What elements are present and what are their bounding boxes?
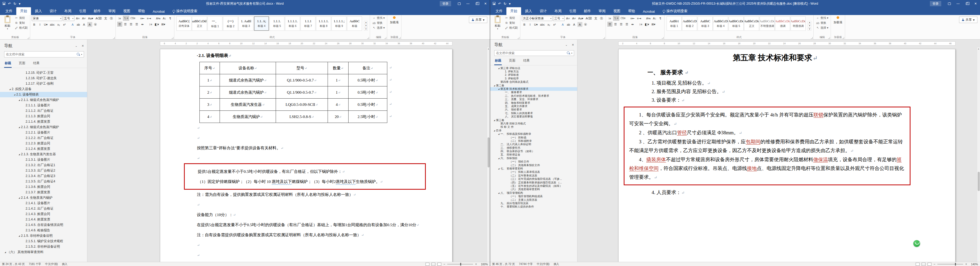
nav-tab-页面[interactable]: 页面 <box>18 60 26 68</box>
style-标题 4[interactable]: 1.1. A;标题 4 <box>254 16 269 31</box>
strikethrough-button[interactable]: abc <box>49 22 56 27</box>
nav-heading-item[interactable]: ◢八、 项目管理机构 <box>490 191 577 195</box>
phonetic-guide-button[interactable]: 文 <box>593 16 598 21</box>
nav-heading-item[interactable]: （五） 近年发生的诉讼及仲裁情况 （如有） <box>490 184 577 187</box>
nav-heading-item[interactable]: 2.1.4.6. 检验报告 <box>0 228 87 233</box>
redo-icon[interactable]: ↻ <box>504 2 506 6</box>
tab-插入[interactable]: 插入 <box>31 7 46 15</box>
nav-heading-item[interactable]: （一） 投标函 <box>490 136 577 139</box>
nav-heading-item[interactable]: 五、 成果文件要求 <box>490 104 577 108</box>
distribute-button[interactable]: ⇹ <box>630 22 635 27</box>
cut-button[interactable]: ✂剪切 <box>504 16 519 20</box>
nav-heading-item[interactable]: 二、 法人代表人身份证明 <box>490 143 577 146</box>
paste-button[interactable]: 粘贴▾ <box>2 16 13 36</box>
font-size-combo[interactable]: 三号▾ <box>553 16 565 21</box>
save-icon[interactable] <box>3 2 5 6</box>
dialog-launcher-icon[interactable] <box>842 37 844 39</box>
style-四号宋体[interactable]: AaBbC(四号宋体 <box>177 16 191 31</box>
text-effects-button[interactable]: A <box>560 22 565 27</box>
scrollbar-thumb[interactable] <box>488 138 490 167</box>
nav-heading-item[interactable]: ◢六、 投标报价 <box>490 157 577 160</box>
nav-heading-item[interactable]: 2.1.3.2. 出厂合格证1 <box>0 162 87 168</box>
nav-heading-item[interactable]: （一） 项目管理机构组成表 <box>490 195 577 198</box>
web-layout-icon[interactable] <box>438 263 441 266</box>
nav-heading-item[interactable]: （四） 正在服务和新承接的项目情况表 （... <box>490 181 577 184</box>
select-button[interactable]: ↖选择 ▾ <box>815 26 829 30</box>
gallery-down-icon[interactable]: ▼ <box>364 24 368 27</box>
qat-customize-icon[interactable]: ▾ <box>19 2 21 6</box>
nav-tab-标题[interactable]: 标题 <box>494 58 502 65</box>
read-mode-icon[interactable] <box>426 263 430 266</box>
nav-heading-item[interactable]: 十、 需要招标人提供的条件 <box>490 205 577 208</box>
nav-heading-item[interactable]: （一） 报价文件 <box>490 160 577 163</box>
nav-heading-item[interactable]: 2. 评审标准 <box>490 74 577 77</box>
align-right-button[interactable]: ☰ <box>129 22 134 27</box>
vertical-scrollbar[interactable]: ▲ <box>487 47 490 262</box>
nav-heading-item[interactable]: 六、 报价要求 <box>490 108 577 112</box>
zoom-slider[interactable] <box>447 264 473 264</box>
nav-heading-item[interactable]: 四、 联合体协议书 （如有） <box>490 149 577 153</box>
grow-font-button[interactable]: A˄ <box>75 16 80 21</box>
print-layout-icon[interactable] <box>431 263 435 266</box>
grow-font-button[interactable]: A˄ <box>565 16 571 21</box>
nav-heading-item[interactable]: 2.1.2.2. 出厂合格证 <box>0 135 87 141</box>
dialog-launcher-icon[interactable] <box>603 37 605 39</box>
scrollbar-thumb[interactable] <box>978 172 980 191</box>
replace-button[interactable]: ab替换 <box>372 21 385 25</box>
align-left-button[interactable]: ☰ <box>608 22 612 27</box>
language-indicator[interactable]: 中文(中国) <box>45 262 58 266</box>
nav-search-input[interactable] <box>496 51 566 55</box>
style-标题 1[interactable]: 一、标题 1 <box>207 16 223 31</box>
nav-heading-item[interactable]: ◢第三章 评标办法 <box>490 66 577 70</box>
nav-heading-item[interactable]: 2.1.5.1. 锅炉安全技术规程 <box>0 239 87 244</box>
justify-button[interactable]: ☰ <box>134 22 139 27</box>
document-page[interactable]: ▪2.1. 设备明细表↵序号↵设备名称↵型号↵数量↵备注↵1↵烟道式余热蒸汽锅炉… <box>160 49 452 262</box>
shrink-font-button[interactable]: A˅ <box>571 16 576 21</box>
nav-heading-item[interactable]: ◢目录 <box>490 129 577 132</box>
zoom-in-icon[interactable]: + <box>965 262 967 266</box>
find-button[interactable]: ⌕查找 ▾ <box>815 16 829 20</box>
style-标题 5[interactable]: AaBbCcDd标题 5 <box>729 16 744 31</box>
tell-me-search[interactable]: 操作说明搜索 <box>169 7 201 15</box>
nav-heading-item[interactable]: 三、 质量、安全、环保要求 <box>490 98 577 101</box>
vertical-scrollbar[interactable]: ▲ <box>977 47 980 262</box>
undo-icon[interactable]: ↶ <box>8 2 11 6</box>
redo-icon[interactable]: ↻ <box>13 2 16 6</box>
undo-icon[interactable]: ↶ <box>498 2 501 6</box>
tab-邮件[interactable]: 邮件 <box>580 7 595 15</box>
nav-heading-item[interactable]: 第六章 投标文件格式 <box>490 122 577 125</box>
tab-设计[interactable]: 设计 <box>536 7 550 15</box>
line-spacing-button[interactable]: ↕≡ <box>638 22 643 27</box>
subscript-button[interactable]: x₂ <box>546 22 551 27</box>
nav-heading-item[interactable]: 四、 验收和结算要求 <box>490 101 577 104</box>
qat-customize-icon[interactable]: ▾ <box>509 2 511 6</box>
close-icon[interactable]: ✕ <box>971 0 980 7</box>
gallery-down-icon[interactable]: ▼ <box>808 24 811 27</box>
tab-视图[interactable]: 视图 <box>119 7 134 15</box>
gallery-up-icon[interactable]: ▲ <box>364 21 368 24</box>
gallery-more-icon[interactable]: ⊽ <box>364 28 368 30</box>
zoom-percent[interactable]: 140% <box>969 263 978 266</box>
word-count[interactable]: 74744 个字 <box>519 262 533 266</box>
char-border-button[interactable]: Ⓐ <box>109 16 114 21</box>
change-case-button[interactable]: Aa▾ <box>578 16 584 21</box>
tab-布局[interactable]: 布局 <box>550 7 565 15</box>
floating-assistant-badge[interactable] <box>913 240 920 247</box>
nav-tab-结果[interactable]: 结果 <box>523 58 530 65</box>
nav-heading-item[interactable]: 九、 拟分包项目情况表 <box>490 202 577 205</box>
document-page[interactable]: 第五章 技术标准和要求↵一、 服务要求 ↵1. 项目概况 见招标公告。↵2. 服… <box>618 49 955 262</box>
shading-button[interactable]: ◧▾ <box>154 22 160 27</box>
nav-heading-item[interactable]: （三） 近年完成的类似项目情况表 （可参... <box>490 178 577 181</box>
underline-button[interactable]: U▾ <box>533 22 538 27</box>
nav-heading-item[interactable]: 2.1.3.1. 设备图片 <box>0 157 87 162</box>
superscript-button[interactable]: x² <box>62 22 67 27</box>
nav-heading-item[interactable]: 2.1.2.4. 购置发票 <box>0 146 87 152</box>
nav-heading-item[interactable]: ◢2.1.2. 烟道式余热蒸汽锅炉 <box>0 125 87 130</box>
nav-heading-item[interactable]: 2.1.4.4. 购置发票 <box>0 217 87 222</box>
bullets-button[interactable]: ⁝≡ <box>117 16 122 21</box>
nav-tab-标题[interactable]: 标题 <box>4 60 12 68</box>
insert-mode[interactable]: 插入 <box>62 262 67 266</box>
nav-heading-item[interactable]: 2.1.1.3. 购置合同 <box>0 114 87 119</box>
style-标题 5[interactable]: 1.1.1.标题 5 <box>269 16 285 31</box>
find-button[interactable]: ⌕查找 ▾ <box>372 16 385 20</box>
